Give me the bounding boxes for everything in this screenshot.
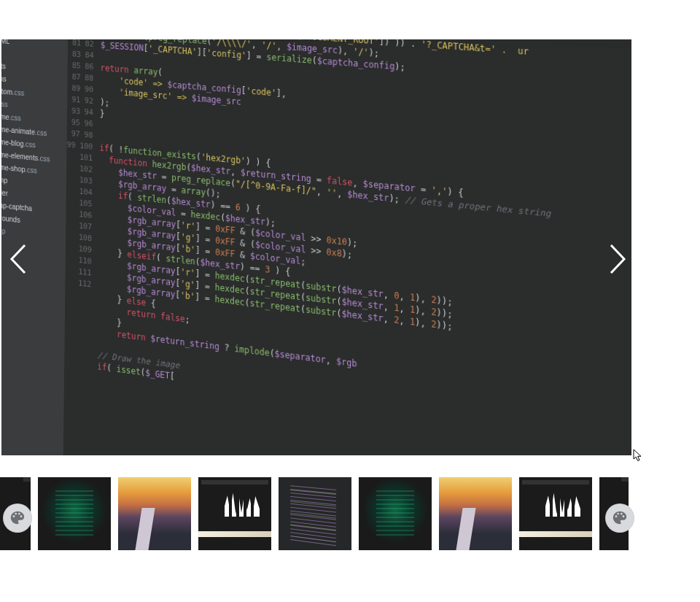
thumbnail[interactable] [118, 477, 191, 550]
editor-gutter: 77 78 79 80 81 82 83 84 85 86 87 88 89 9… [63, 39, 99, 455]
thumbnail[interactable] [519, 477, 592, 550]
thumbnail[interactable] [279, 477, 351, 550]
editor-code: strlen( realpath($_SERVER['DOCUMENT_ROOT… [94, 39, 631, 455]
thumbnail-image [198, 477, 271, 550]
chevron-right-icon [599, 242, 633, 276]
thumbnail-image [439, 477, 512, 550]
thumbnail-image [359, 477, 432, 550]
thumbnail[interactable] [439, 477, 512, 550]
palette-button-right[interactable] [605, 503, 634, 533]
thumbnail[interactable] [359, 477, 432, 550]
prev-button[interactable] [3, 242, 36, 276]
thumbnail[interactable] [38, 477, 111, 550]
thumbnail-image [118, 477, 191, 550]
next-button[interactable] [599, 242, 633, 276]
thumbnail-image [519, 477, 592, 550]
palette-icon [9, 510, 26, 526]
palette-button-left[interactable] [3, 503, 32, 533]
code-editor: Empty.html• send_form_email.phpHTMLcssfo… [1, 39, 631, 455]
cursor-icon [633, 449, 643, 462]
chevron-left-icon [3, 242, 36, 276]
thumbnail-image [279, 477, 351, 550]
thumbnail-strip[interactable] [0, 477, 634, 550]
main-slide: Empty.html• send_form_email.phpHTMLcssfo… [1, 39, 631, 455]
thumbnail-image [38, 477, 111, 550]
slide-content: Empty.html• send_form_email.phpHTMLcssfo… [9, 39, 631, 455]
palette-icon [612, 510, 628, 526]
thumbnail[interactable] [198, 477, 271, 550]
